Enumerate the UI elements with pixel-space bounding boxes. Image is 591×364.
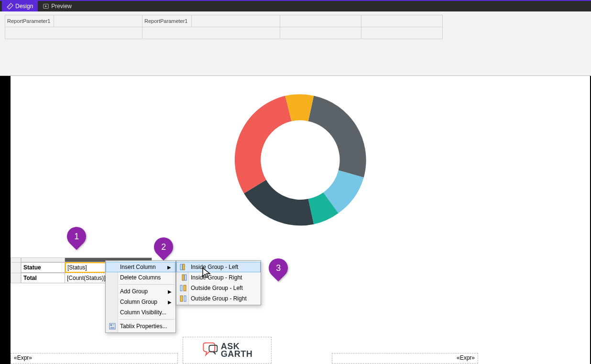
insert-col-outside-left-icon — [179, 284, 187, 292]
tablix-row-handle-1[interactable] — [11, 262, 21, 273]
ctx-delete-columns[interactable]: Delete Columns — [106, 272, 175, 283]
svg-rect-11 — [184, 285, 186, 291]
svg-rect-12 — [180, 285, 182, 291]
param-row2-cell4[interactable] — [361, 27, 443, 39]
properties-icon — [109, 322, 116, 330]
ctx-insert-column[interactable]: Insert Column▶ — [106, 262, 175, 272]
sub-inside-group-right[interactable]: Inside Group - Right — [176, 272, 261, 283]
mode-tabbar: Design Preview — [0, 0, 591, 11]
param1-input[interactable] — [54, 15, 142, 27]
tablix-row-handle-2[interactable] — [11, 273, 21, 283]
insert-col-outside-right-icon — [179, 295, 187, 302]
submenu-arrow-icon: ▶ — [168, 289, 172, 294]
submenu-arrow-icon: ▶ — [168, 300, 172, 305]
param-row2-cell2[interactable] — [142, 27, 280, 39]
svg-rect-10 — [185, 275, 186, 280]
tab-preview-label: Preview — [51, 3, 72, 10]
footer-expr-right[interactable]: «Expr» — [332, 353, 478, 364]
svg-rect-8 — [180, 264, 182, 270]
ctx-tablix-properties[interactable]: Tablix Properties... — [106, 321, 175, 332]
annotation-callout-1: 1 — [63, 223, 90, 250]
preview-play-icon — [43, 3, 49, 10]
footer-expr-left[interactable]: «Expr» — [11, 353, 178, 364]
svg-rect-9 — [182, 275, 184, 280]
ctx-add-group[interactable]: Add Group▶ — [106, 286, 175, 297]
logo-text-line2: GARTH — [221, 350, 253, 358]
tablix-corner-handle[interactable] — [11, 257, 21, 262]
sub-outside-group-right[interactable]: Outside Group - Right — [176, 293, 261, 304]
sub-outside-group-left[interactable]: Outside Group - Left — [176, 283, 261, 293]
report-design-surface[interactable]: 1 2 3 Statue [Status] Total [Count(Statu… — [0, 76, 591, 364]
param-empty-1[interactable] — [280, 15, 361, 27]
annotation-callout-2: 2 — [150, 234, 177, 261]
svg-rect-13 — [180, 296, 183, 301]
svg-rect-3 — [110, 324, 112, 326]
param2-label: ReportParameter1 — [142, 15, 192, 27]
parameters-panel: ReportParameter1 ReportParameter1 — [0, 11, 591, 76]
context-submenu-insert-column: Inside Group - Left Inside Group - Right… — [176, 260, 261, 305]
param-empty-2[interactable] — [361, 15, 443, 27]
donut-chart[interactable] — [221, 81, 380, 239]
svg-point-1 — [262, 121, 339, 199]
param1-label: ReportParameter1 — [5, 15, 54, 27]
param-row2-cell1[interactable] — [5, 27, 142, 39]
insert-col-right-icon — [179, 274, 187, 281]
tablix-col-handle-1[interactable] — [21, 257, 65, 262]
context-menu-column: Insert Column▶ Delete Columns Add Group▶… — [105, 260, 176, 333]
tablix-cell-total-label[interactable]: Total — [21, 273, 65, 283]
tab-design[interactable]: Design — [2, 1, 38, 11]
param-row2-cell3[interactable] — [280, 27, 361, 39]
ctx-column-group[interactable]: Column Group▶ — [106, 297, 175, 307]
svg-rect-7 — [183, 264, 185, 270]
tablix-cell-header-col0[interactable]: Statue — [21, 262, 65, 273]
footer-logo-box[interactable]: ASK GARTH — [183, 337, 272, 364]
askgarth-logo-icon — [202, 342, 218, 358]
submenu-arrow-icon: ▶ — [167, 265, 171, 270]
insert-col-left-icon — [180, 263, 187, 271]
ctx-column-visibility[interactable]: Column Visibility... — [106, 307, 175, 318]
sub-inside-group-left[interactable]: Inside Group - Left — [176, 262, 261, 272]
design-ruler-icon — [7, 3, 13, 10]
tab-design-label: Design — [15, 3, 33, 10]
svg-rect-14 — [184, 296, 186, 301]
annotation-callout-3: 3 — [265, 255, 292, 282]
tab-preview[interactable]: Preview — [38, 1, 77, 11]
param2-input[interactable] — [192, 15, 280, 27]
